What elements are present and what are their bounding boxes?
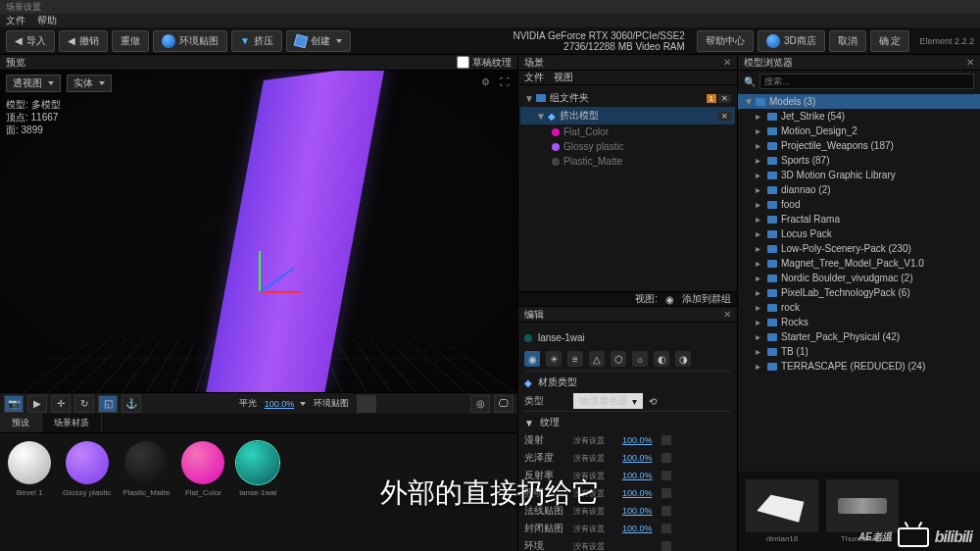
scene-tab-file[interactable]: 文件 — [524, 71, 544, 84]
tab-scene-materials[interactable]: 场景材质 — [42, 414, 102, 432]
camera-tool[interactable]: 📷 — [4, 395, 24, 413]
settings-icon[interactable]: ⚙ — [478, 75, 492, 88]
model-folder[interactable]: ▸Motion_Design_2 — [738, 124, 980, 138]
chevron-down-icon[interactable] — [300, 402, 306, 406]
help-center-button[interactable]: 帮助中心 — [697, 30, 754, 52]
model-folder[interactable]: ▸rock — [738, 300, 980, 315]
model-folder[interactable]: ▸Projectile_Weapons (187) — [738, 138, 980, 153]
model-folder[interactable]: ▸Locus Pack — [738, 226, 980, 241]
property-value[interactable]: 100.0% — [622, 453, 656, 463]
model-folder[interactable]: ▸Low-Poly-Scenery-Pack (230) — [738, 241, 980, 256]
redo-button[interactable]: 重做 — [112, 30, 149, 52]
swatch[interactable] — [662, 471, 671, 480]
model-folder[interactable]: ▸Sports (87) — [738, 153, 980, 168]
mode-icon[interactable]: △ — [589, 351, 605, 367]
rotate-tool[interactable]: ↻ — [74, 395, 94, 413]
model-folder[interactable]: ▸TB (1) — [738, 344, 980, 359]
property-value[interactable]: 100.0% — [622, 506, 656, 516]
model-tree: ▼Models (3) ▸Jet_Strike (54)▸Motion_Desi… — [738, 92, 980, 472]
mode-icon[interactable]: ☼ — [632, 351, 648, 367]
material-name: Glossy plastic — [63, 488, 111, 497]
window-titlebar: 场景设置 — [0, 0, 980, 14]
mode-standard-icon[interactable]: ◉ — [524, 351, 540, 367]
material-item[interactable]: Flat_Color — [181, 441, 224, 543]
ok-button[interactable]: 确 定 — [870, 30, 910, 52]
history-icon[interactable]: ⟲ — [649, 396, 657, 407]
mode-icon[interactable]: ◐ — [654, 351, 669, 367]
swatch[interactable] — [662, 435, 671, 445]
model-folder[interactable]: ▸Nordic Boulder_vivudgmac (2) — [738, 271, 980, 285]
folder-icon — [767, 201, 777, 209]
swatch[interactable] — [662, 524, 671, 533]
shader-type-select[interactable]: 物理着色器▾ — [573, 393, 643, 409]
folder-icon — [767, 260, 777, 268]
scale-tool[interactable]: ◱ — [98, 395, 118, 413]
material-item[interactable]: Plastic_Matte — [122, 441, 170, 543]
monitor-icon[interactable]: 🖵 — [494, 395, 514, 413]
tree-group[interactable]: ▼组文件夹1✕ — [520, 89, 735, 107]
search-input[interactable] — [760, 74, 974, 89]
undo-button[interactable]: ◀ 撤销 — [59, 30, 108, 52]
mode-icon[interactable]: ◑ — [675, 351, 691, 367]
view-mode-icon[interactable]: ◉ — [665, 294, 674, 305]
property-value[interactable]: 100.0% — [622, 488, 656, 498]
model-folder[interactable]: ▸Jet_Strike (54) — [738, 109, 980, 124]
cancel-button[interactable]: 取消 — [829, 30, 866, 52]
select-tool[interactable]: ▶ — [27, 395, 47, 413]
model-folder[interactable]: ▸Rocks — [738, 315, 980, 329]
model-folder[interactable]: ▸Starter_Pack_Physical (42) — [738, 329, 980, 344]
swatch[interactable] — [662, 488, 671, 498]
import-button[interactable]: ◀ 导入 — [6, 30, 55, 52]
model-folder[interactable]: ▸food — [738, 197, 980, 212]
swatch[interactable] — [662, 506, 671, 516]
model-folder[interactable]: ▸3D Motion Graphic Library — [738, 168, 980, 182]
tree-material[interactable]: Plastic_Matte — [520, 154, 735, 169]
swatch[interactable] — [662, 541, 671, 551]
mode-icon[interactable]: ≡ — [567, 351, 583, 367]
material-item[interactable]: Glossy plastic — [63, 441, 111, 543]
extrude-button[interactable]: ▼ 挤压 — [231, 30, 282, 52]
property-value[interactable]: 100.0% — [622, 471, 656, 480]
menu-help[interactable]: 帮助 — [37, 14, 57, 27]
model-folder[interactable]: ▸diannao (2) — [738, 182, 980, 197]
display-mode-icon[interactable]: ◎ — [470, 395, 490, 413]
model-folder[interactable]: ▸TERRASCAPE (REDUCED) (24) — [738, 359, 980, 374]
create-button[interactable]: 创建 — [286, 30, 351, 52]
close-icon[interactable]: ✕ — [723, 57, 731, 68]
label: 环境 — [524, 539, 567, 551]
camera-select[interactable]: 透视图 — [6, 75, 61, 92]
menu-file[interactable]: 文件 — [6, 14, 25, 27]
store-button[interactable]: 3D商店 — [758, 30, 825, 52]
tab-preset[interactable]: 预设 — [0, 414, 42, 432]
material-item[interactable]: Bevel 1 — [8, 441, 51, 543]
mode-icon[interactable]: ⬡ — [611, 351, 626, 367]
model-folder[interactable]: ▸Magnet_Tree_Model_Pack_V1.0 — [738, 256, 980, 271]
env-swatch[interactable] — [357, 395, 376, 413]
draft-texture-checkbox[interactable] — [457, 56, 469, 69]
tree-material[interactable]: Glossy plastic — [520, 139, 735, 154]
swatch[interactable] — [662, 453, 671, 463]
property-value[interactable]: 100.0% — [622, 435, 656, 445]
tree-extrude[interactable]: ▼◆挤出模型✕ — [520, 107, 735, 125]
model-root[interactable]: ▼Models (3) — [738, 94, 980, 109]
thumbnail-item[interactable]: dimian18 — [746, 479, 818, 543]
mode-icon[interactable]: ☀ — [546, 351, 562, 367]
property-row: 封闭贴图没有设置100.0% — [524, 520, 731, 537]
expand-icon[interactable]: ⛶ — [498, 75, 512, 88]
add-group-button[interactable]: 添加到群组 — [682, 292, 731, 306]
tree-material[interactable]: Flat_Color — [520, 125, 735, 139]
close-icon[interactable]: ✕ — [723, 309, 731, 320]
move-tool[interactable]: ✛ — [51, 395, 71, 413]
anchor-tool[interactable]: ⚓ — [122, 395, 141, 413]
model-folder[interactable]: ▸Fractal Rama — [738, 212, 980, 226]
brightness-value[interactable]: 100.0% — [265, 399, 295, 409]
viewport-3d[interactable]: 透视图 实体 模型: 多模型顶点: 11667面: 3899 ⚙ ⛶ — [0, 71, 517, 392]
material-item[interactable]: lanse-1wai — [236, 441, 279, 543]
scene-tab-view[interactable]: 视图 — [554, 71, 573, 84]
env-map-button[interactable]: 环境贴图 — [153, 30, 227, 52]
browser-header: 模型浏览器✕ — [738, 55, 980, 71]
model-folder[interactable]: ▸PixelLab_TechnologyPack (6) — [738, 285, 980, 300]
property-value[interactable]: 100.0% — [622, 524, 656, 533]
close-icon[interactable]: ✕ — [966, 57, 974, 68]
display-select[interactable]: 实体 — [67, 75, 112, 92]
